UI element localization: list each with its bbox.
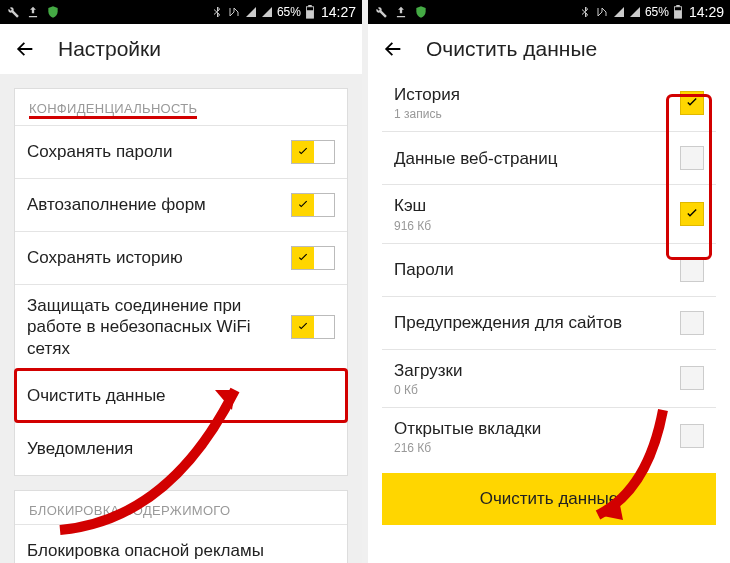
- nfc-icon: [595, 6, 609, 18]
- svg-rect-5: [674, 10, 681, 18]
- checkbox-open-tabs[interactable]: [680, 424, 704, 448]
- row-protect-wifi[interactable]: Защищать соединение при работе в небезоп…: [15, 284, 347, 369]
- section-header-privacy: КОНФИДЕНЦИАЛЬНОСТЬ: [15, 89, 347, 125]
- toggle-save-history[interactable]: [291, 246, 335, 270]
- row-passwords[interactable]: Пароли: [382, 243, 716, 296]
- row-warnings[interactable]: Предупреждения для сайтов: [382, 296, 716, 349]
- row-autofill[interactable]: Автозаполнение форм: [15, 178, 347, 231]
- bluetooth-icon: [211, 6, 223, 18]
- clear-data-content: История 1 запись Данные веб-страниц Кэш …: [368, 74, 730, 563]
- back-icon[interactable]: [14, 38, 36, 60]
- clock-text: 14:27: [321, 4, 356, 20]
- svg-rect-2: [306, 10, 313, 18]
- phone-right-clear-data: 65% 14:29 Очистить данные История 1 запи…: [368, 0, 730, 563]
- row-notifications[interactable]: Уведомления: [15, 422, 347, 475]
- wrench-icon: [374, 5, 388, 19]
- row-block-ads[interactable]: Блокировка опасной рекламы: [15, 524, 347, 563]
- statusbar: 65% 14:29: [368, 0, 730, 24]
- signal-icon: [613, 6, 625, 18]
- phone-left-settings: 65% 14:27 Настройки КОНФИДЕНЦИАЛЬНОСТЬ С…: [0, 0, 362, 563]
- row-open-tabs[interactable]: Открытые вкладки 216 Кб: [382, 407, 716, 465]
- row-web-data[interactable]: Данные веб-страниц: [382, 131, 716, 184]
- svg-rect-4: [676, 5, 680, 7]
- clear-data-button[interactable]: Очистить данные: [382, 473, 716, 525]
- block-card: БЛОКИРОВКА СОДЕРЖИМОГО Блокировка опасно…: [14, 490, 348, 563]
- toggle-protect-wifi[interactable]: [291, 315, 335, 339]
- toggle-save-passwords[interactable]: [291, 140, 335, 164]
- battery-icon: [305, 5, 315, 19]
- row-downloads[interactable]: Загрузки 0 Кб: [382, 349, 716, 407]
- checkbox-cache[interactable]: [680, 202, 704, 226]
- row-save-passwords[interactable]: Сохранять пароли: [15, 125, 347, 178]
- checkbox-downloads[interactable]: [680, 366, 704, 390]
- upload-icon: [394, 5, 408, 19]
- clock-text: 14:29: [689, 4, 724, 20]
- battery-icon: [673, 5, 683, 19]
- row-save-history[interactable]: Сохранять историю: [15, 231, 347, 284]
- checkbox-web-data[interactable]: [680, 146, 704, 170]
- signal-icon: [261, 6, 273, 18]
- privacy-card: КОНФИДЕНЦИАЛЬНОСТЬ Сохранять пароли Авто…: [14, 88, 348, 476]
- page-title: Очистить данные: [426, 37, 597, 61]
- wrench-icon: [6, 5, 20, 19]
- upload-icon: [26, 5, 40, 19]
- signal-icon: [629, 6, 641, 18]
- bluetooth-icon: [579, 6, 591, 18]
- settings-content: КОНФИДЕНЦИАЛЬНОСТЬ Сохранять пароли Авто…: [0, 74, 362, 563]
- signal-icon: [245, 6, 257, 18]
- checkbox-passwords[interactable]: [680, 258, 704, 282]
- checkbox-warnings[interactable]: [680, 311, 704, 335]
- row-clear-data[interactable]: Очистить данные: [15, 369, 347, 422]
- battery-text: 65%: [645, 5, 669, 19]
- battery-text: 65%: [277, 5, 301, 19]
- statusbar: 65% 14:27: [0, 0, 362, 24]
- checkbox-history[interactable]: [680, 91, 704, 115]
- shield-icon: [414, 5, 428, 19]
- shield-icon: [46, 5, 60, 19]
- section-header-block: БЛОКИРОВКА СОДЕРЖИМОГО: [15, 491, 347, 524]
- nfc-icon: [227, 6, 241, 18]
- row-cache[interactable]: Кэш 916 Кб: [382, 184, 716, 242]
- appbar: Очистить данные: [368, 24, 730, 74]
- appbar: Настройки: [0, 24, 362, 74]
- page-title: Настройки: [58, 37, 161, 61]
- toggle-autofill[interactable]: [291, 193, 335, 217]
- back-icon[interactable]: [382, 38, 404, 60]
- svg-rect-1: [308, 5, 312, 7]
- row-history[interactable]: История 1 запись: [382, 74, 716, 131]
